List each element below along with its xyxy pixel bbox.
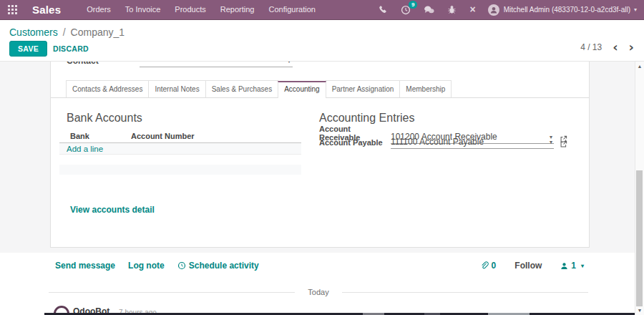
pager-previous-icon[interactable]: ‹ [613,42,618,52]
send-message-button[interactable]: Send message [55,261,115,271]
chevron-down-icon: ▾ [581,263,584,269]
menu-to-invoice[interactable]: To Invoice [118,0,168,19]
followers-button[interactable]: 1 ▾ [560,261,584,271]
user-name: Mitchell Admin (483370-12-0-a2cd3f-all) [504,6,630,14]
follow-button[interactable]: Follow [514,261,542,271]
scrollbar-thumb[interactable] [636,170,643,306]
table-row [59,155,301,165]
attachment-count: 0 [492,261,497,271]
account-payable-row: Account Payable 111100 Account Payable ▾ [319,137,567,149]
content-area: Contact ▾ Contacts & Addresses Internal … [0,61,644,315]
tab-internal-notes[interactable]: Internal Notes [148,80,205,97]
menu-products[interactable]: Products [167,0,213,19]
date-divider-label: Today [308,288,328,296]
table-row [59,165,301,175]
bug-icon[interactable] [441,5,463,14]
navbar-systray: 9 × Mitchell Admin (483370-12-0-a2cd3f-a… [372,4,644,16]
schedule-activity-label: Schedule activity [189,261,259,271]
scroll-up-icon[interactable]: ▲ [635,64,644,69]
breadcrumb-separator: / [63,26,66,38]
attachments-button[interactable]: 0 [480,261,497,271]
app-title[interactable]: Sales [32,4,61,16]
main-menu: Orders To Invoice Products Reporting Con… [79,0,323,19]
odoo-sales-window: Sales Orders To Invoice Products Reporti… [0,0,644,315]
notebook-tabs: Contacts & Addresses Internal Notes Sale… [51,80,589,98]
record-pager: 4 / 13 ‹ › [580,42,634,52]
chatter-buttons: Send message Log note Schedule activity [55,261,259,271]
add-a-line-link[interactable]: Add a line [59,143,301,155]
menu-configuration[interactable]: Configuration [261,0,322,19]
paperclip-icon [480,261,489,271]
activities-clock-icon[interactable]: 9 [394,5,417,15]
chevron-down-icon: ▾ [634,6,637,13]
column-account-number: Account Number [131,132,301,140]
user-avatar [488,4,499,16]
menu-orders[interactable]: Orders [79,0,118,19]
vertical-scrollbar[interactable]: ▲ ▼ [635,62,644,315]
dropdown-caret-icon: ▾ [550,139,552,145]
breadcrumb: Customers/Company_1 [9,26,125,38]
messages-icon[interactable] [417,5,441,14]
view-accounts-detail-link[interactable]: View accounts detail [70,205,155,215]
column-bank: Bank [59,132,131,140]
apps-grid-icon[interactable] [8,5,17,14]
log-note-button[interactable]: Log note [128,261,165,271]
tab-membership[interactable]: Membership [399,80,452,97]
follower-count: 1 [571,261,576,271]
account-payable-label: Account Payable [319,138,391,149]
bank-table-header: Bank Account Number [59,129,301,143]
breadcrumb-current: Company_1 [71,26,125,38]
account-payable-select[interactable]: 111100 Account Payable ▾ [391,137,554,149]
account-payable-value: 111100 Account Payable [391,137,484,147]
tab-contacts-addresses[interactable]: Contacts & Addresses [66,80,149,97]
pager-next-icon[interactable]: › [629,42,634,52]
discard-button[interactable]: DISCARD [47,41,94,57]
date-divider: Today [49,288,588,296]
external-link-icon[interactable] [560,140,567,149]
activity-count-badge: 9 [409,1,417,9]
schedule-activity-button[interactable]: Schedule activity [177,261,259,271]
tab-sales-purchases[interactable]: Sales & Purchases [205,80,279,97]
save-button[interactable]: SAVE [9,41,47,57]
user-menu[interactable]: Mitchell Admin (483370-12-0-a2cd3f-all) … [488,4,637,16]
breadcrumb-customers[interactable]: Customers [9,26,58,38]
control-panel: Customers/Company_1 SAVE DISCARD 4 / 13 … [0,20,644,61]
menu-reporting[interactable]: Reporting [213,0,262,19]
bank-accounts-title: Bank Accounts [67,112,142,125]
pager-counter: 4 / 13 [580,42,602,52]
clock-icon [177,261,186,270]
tab-accounting[interactable]: Accounting [278,81,326,98]
contact-field-label: Contact [67,62,99,66]
chatter-tools: 0 Follow 1 ▾ [480,261,584,271]
form-sheet: Contact ▾ Contacts & Addresses Internal … [50,62,590,248]
phone-icon[interactable] [372,5,394,14]
top-navbar: Sales Orders To Invoice Products Reporti… [0,0,644,20]
scroll-down-icon[interactable]: ▼ [635,308,644,313]
bank-accounts-table: Bank Account Number Add a line [59,129,301,175]
tab-partner-assignation[interactable]: Partner Assignation [326,80,401,97]
person-icon [560,262,568,270]
contact-field-caret-icon: ▾ [288,62,291,64]
close-tools-icon[interactable]: × [463,5,482,14]
accounting-entries-title: Accounting Entries [319,112,414,125]
contact-field-input[interactable] [140,66,293,67]
